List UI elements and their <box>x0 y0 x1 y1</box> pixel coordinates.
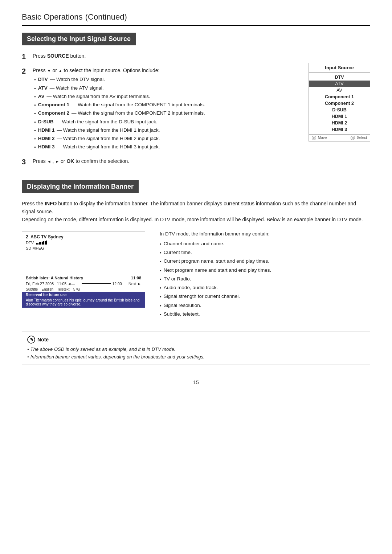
page-title-continued: (Continued) <box>85 12 127 21</box>
step-2: 2 Press ▼ or ▲ to select the input sourc… <box>22 66 301 152</box>
step-1: 1 Press SOURCE button. <box>22 52 301 61</box>
panel-item-av: AV <box>309 87 370 94</box>
list-item: D-SUB — Watch the signal from the D-SUB … <box>34 118 205 126</box>
list-item: Current program name, start and end play… <box>160 258 370 265</box>
move-circle-icon: ⊙ <box>312 136 316 140</box>
section2: Displaying the Information Banner Press … <box>22 180 370 365</box>
select-circle-icon: ⊙ <box>351 136 355 140</box>
banner-area: 2 ABC TV Sydney DTV SD MPEG <box>22 231 370 319</box>
osd-end-time: 12:00 <box>112 282 122 286</box>
note-label: Note <box>37 337 49 342</box>
osd-bottom: British Isles: A Natural History 11:08 F… <box>22 274 145 308</box>
list-item: ATV — Watch the ATV signal. <box>34 85 205 92</box>
osd-program-time: 11:08 <box>131 276 141 280</box>
panel-item-component1: Component 1 <box>309 94 370 100</box>
osd-middle <box>22 252 145 274</box>
input-source-panel: Input Source DTV ATV AV Component 1 Comp… <box>309 63 370 141</box>
panel-item-dtv: DTV <box>309 74 370 81</box>
panel-items: DTV ATV AV Component 1 Component 2 D-SUB… <box>309 73 370 134</box>
list-item: HDMI 3 — Watch the signal from the HDMI … <box>34 143 205 151</box>
step1-bold: SOURCE <box>47 53 69 59</box>
panel-footer: ⊙ Move ⊙ Select <box>309 134 370 141</box>
note-icon-area: ✎ Note <box>27 336 365 344</box>
note-item-1: The above OSD is only served as an examp… <box>27 346 365 353</box>
step3-ok-bold: OK <box>66 158 74 164</box>
arrow-up-icon: ▲ <box>58 69 62 73</box>
panel-move-label: ⊙ Move <box>312 136 327 140</box>
step3-number: 3 <box>22 157 29 167</box>
list-item: TV or Radio. <box>160 275 370 283</box>
step2-content: Press ▼ or ▲ to select the input source.… <box>33 66 205 152</box>
list-item: HDMI 1 — Watch the signal from the HDMI … <box>34 127 205 134</box>
subtitle-label: Subtitle <box>26 287 38 291</box>
subtitle-lang: English <box>41 287 53 291</box>
list-item: Channel number and name. <box>160 240 370 247</box>
step-3: 3 Press ◄ , ► or OK to confirm the selec… <box>22 157 301 167</box>
note-item-2: Information banner content varies, depen… <box>27 353 365 361</box>
teletext-label: Teletext <box>57 287 69 291</box>
note-pencil-icon: ✎ <box>27 336 35 344</box>
osd-next-label: Next ► <box>128 282 141 286</box>
osd-dtv-label: DTV <box>26 241 34 245</box>
list-item: HDMI 2 — Watch the signal from the HDMI … <box>34 135 205 142</box>
panel-item-dsub: D-SUB <box>309 107 370 113</box>
svg-text:✎: ✎ <box>29 337 33 342</box>
list-item: Component 2 — Watch the signal from the … <box>34 110 205 117</box>
list-item: Current time. <box>160 249 370 256</box>
steps-left: 1 Press SOURCE button. 2 Press ▼ or ▲ to… <box>22 52 301 172</box>
osd-program-title: British Isles: A Natural History <box>26 276 83 280</box>
dtv-intro-text: In DTV mode, the information banner may … <box>160 231 370 237</box>
page-title: Basic Operations (Continued) <box>22 11 370 26</box>
step1-number: 1 <box>22 52 29 61</box>
panel-select-label: ⊙ Select <box>351 136 367 140</box>
arrow-right-icon: ► <box>55 159 59 164</box>
osd-mockup: 2 ABC TV Sydney DTV SD MPEG <box>22 231 145 308</box>
osd-time-row: Fri, Feb 27 2008 11:05 ◄— 12:00 Next ► <box>22 281 145 287</box>
list-item: AV — Watch the signal from the AV input … <box>34 93 205 100</box>
panel-title: Input Source <box>309 63 370 73</box>
signal-bars <box>36 241 47 245</box>
page-number: 15 <box>22 379 370 385</box>
list-item: Next program name and start and end play… <box>160 267 370 274</box>
section1-heading: Selecting the Input Signal Source <box>22 33 136 45</box>
osd-program-row: British Isles: A Natural History 11:08 <box>22 274 145 281</box>
osd-dtv-row: DTV <box>26 241 141 245</box>
teletext-num: 576i <box>73 287 80 291</box>
progress-line <box>82 283 111 284</box>
arrow-left-icon: ◄ <box>47 159 51 164</box>
arrow-down-icon: ▼ <box>47 69 51 73</box>
note-box: ✎ Note The above OSD is only served as a… <box>22 332 370 365</box>
step1-content: Press SOURCE button. <box>33 52 86 60</box>
section2-desc1: Press the INFO button to display the inf… <box>22 200 370 224</box>
panel-item-hdmi2: HDMI 2 <box>309 120 370 126</box>
step3-content: Press ◄ , ► or OK to confirm the selecti… <box>33 157 129 165</box>
osd-channel-name: 2 ABC TV Sydney <box>26 234 141 239</box>
list-item: Audio mode, audio track. <box>160 284 370 291</box>
panel-item-atv: ATV <box>309 81 370 87</box>
osd-reserved-title: Reserved for future use <box>22 292 145 297</box>
list-item: Subtitle, teletext. <box>160 311 370 318</box>
step2-number: 2 <box>22 66 29 76</box>
osd-sd-mpeg: SD MPEG <box>26 246 141 250</box>
list-item: Signal resolution. <box>160 302 370 309</box>
progress-bar: 12:00 <box>82 282 122 286</box>
panel-item-hdmi1: HDMI 1 <box>309 113 370 120</box>
osd-date-row: Fri, Feb 27 2008 11:05 ◄— <box>26 282 75 286</box>
list-item: Signal strength for current channel. <box>160 293 370 300</box>
dtv-info-list: In DTV mode, the information banner may … <box>160 231 370 319</box>
osd-reserved-text: Alan Titchmarsh continues his epic journ… <box>22 297 145 308</box>
osd-subtitle-row: Subtitle English Teletext 576i <box>22 287 145 292</box>
list-item: Component 1 — Watch the signal from the … <box>34 101 205 108</box>
panel-item-hdmi3: HDMI 3 <box>309 126 370 133</box>
panel-item-component2: Component 2 <box>309 100 370 107</box>
osd-top: 2 ABC TV Sydney DTV SD MPEG <box>22 231 145 252</box>
step2-options-list: DTV — Watch the DTV signal. ATV — Watch … <box>34 76 205 151</box>
section1-steps-area: 1 Press SOURCE button. 2 Press ▼ or ▲ to… <box>22 52 370 172</box>
progress-arrow-icon: ◄— <box>68 282 75 286</box>
section2-heading: Displaying the Information Banner <box>22 180 139 193</box>
list-item: DTV — Watch the DTV signal. <box>34 76 205 83</box>
dtv-bullet-list: Channel number and name. Current time. C… <box>160 240 370 318</box>
note-content: ✎ Note The above OSD is only served as a… <box>27 336 365 361</box>
